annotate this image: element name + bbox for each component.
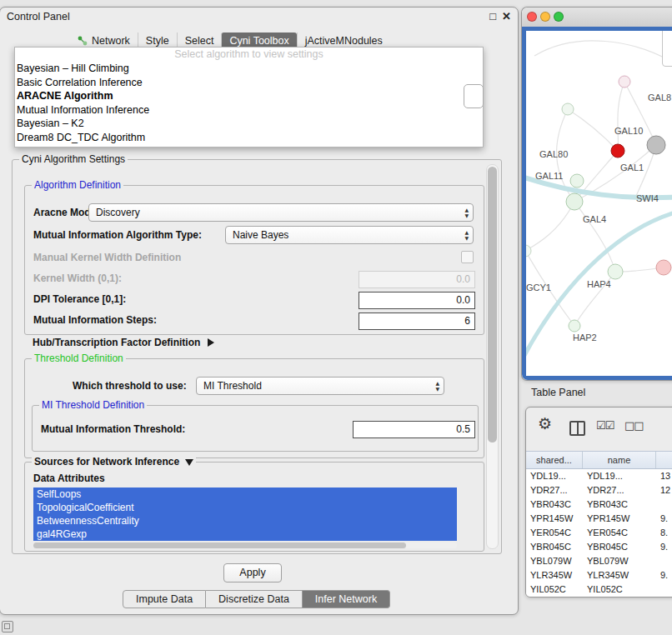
mi-steps-label: Mutual Information Steps: [33,314,157,326]
select-all-icon[interactable]: ☑☑ [596,419,614,432]
window-controls: □ ✕ [489,10,511,22]
dpi-tolerance-label: DPI Tolerance [0,1]: [33,293,126,305]
combo-arrows-icon: ▲▼ [464,229,469,241]
node-label: GAL80 [539,149,568,159]
algorithm-option[interactable]: Basic Correlation Inference [15,76,483,90]
settings-group-title: Cyni Algorithm Settings [19,153,128,165]
minimize-traffic-light[interactable] [540,12,550,22]
hub-definition-label: Hub/Transcription Factor Definition [33,337,200,348]
network-node[interactable] [611,144,624,158]
apply-button[interactable]: Apply [223,563,282,582]
table-row[interactable]: YER054CYER054C8. [526,526,672,540]
network-node[interactable] [570,174,584,188]
attribute-item[interactable]: gal4RGexp [33,528,457,541]
attribute-list: SelfLoopsTopologicalCoefficientBetweenne… [33,488,457,541]
settings-scrollbar-thumb[interactable] [488,167,497,442]
bottom-tab-discretize-data[interactable]: Discretize Data [206,590,303,608]
network-node[interactable] [566,193,583,210]
table-row[interactable]: YBR045CYBR045C9. [526,540,672,554]
table-cell: YBR043C [526,498,583,512]
kernel-width-field[interactable]: 0.0 [359,271,475,288]
table-cell [656,582,672,597]
network-graph [526,31,672,376]
algorithm-option[interactable]: ARACNE Algorithm [15,89,483,103]
expand-right-icon [208,338,214,347]
attribute-item[interactable]: SelfLoops [33,488,457,501]
window-title: Control Panel [7,11,70,22]
which-threshold-label: Which threshold to use: [73,380,187,392]
table-cell: 9. [656,512,672,526]
node-label: GAL10 [614,126,643,136]
float-window-icon[interactable]: □ [489,10,496,22]
bottom-tab-infer-network[interactable]: Infer Network [303,590,390,608]
algorithm-option[interactable]: Mutual Information Inference [15,103,483,118]
kernel-width-label: Kernel Width (0,1): [33,272,122,284]
attribute-item[interactable]: BetweennessCentrality [33,514,457,528]
which-threshold-select[interactable]: MI Threshold ▲▼ [196,377,444,395]
network-node[interactable] [569,320,580,332]
algorithm-option[interactable]: Dream8 DC_TDC Algorithm [15,131,483,145]
network-node[interactable] [647,136,665,154]
aracne-mode-value: Discovery [96,207,140,218]
table-cell: YIL052C [583,582,656,597]
tab-label: Style [146,35,169,47]
sources-group-title[interactable]: Sources for Network Inference [32,456,196,468]
mi-type-select[interactable]: Naive Bayes ▲▼ [225,226,474,244]
highlighted-edges [526,177,672,360]
table-cell: YBL079W [583,554,656,568]
dpi-tolerance-field[interactable]: 0.0 [359,292,475,309]
table-row[interactable]: YBR043CYBR043C [526,498,672,512]
algorithm-combo-button[interactable] [464,84,484,108]
network-canvas[interactable]: GAL80GAL10GAL8GAL11GAL1SWI4GAL4GCY1HAP4H… [526,31,672,376]
aracne-mode-select[interactable]: Discovery ▲▼ [88,203,474,222]
tab-label: Network [92,35,130,47]
node-label: GAL11 [535,171,563,181]
attribute-list-hscrollbar[interactable] [33,542,457,548]
network-node[interactable] [656,260,671,275]
algorithm-option[interactable]: Bayesian – K2 [15,117,483,131]
panel-dock-icon[interactable] [2,621,13,632]
table-row[interactable]: YBL079WYBL079W [526,554,672,568]
tab-label: Select [185,35,214,47]
table-row[interactable]: YIL052CYIL052C [526,582,672,597]
table-row[interactable]: YDR27...YDR27...12 [526,483,672,498]
hub-definition-toggle[interactable]: Hub/Transcription Factor Definition [33,337,214,348]
manual-kernel-checkbox[interactable] [461,251,474,263]
table-cell: YER054C [583,526,656,540]
column-header[interactable]: name [583,452,656,468]
table-row[interactable]: YPR145WYPR145W9. [526,512,672,526]
combo-arrows-icon: ▲▼ [464,207,469,218]
network-node[interactable] [526,245,531,257]
table-header: shared...name [526,451,672,469]
column-header[interactable]: shared... [526,452,583,468]
table-cell: YBR045C [583,540,656,554]
network-window: GAL80GAL10GAL8GAL11GAL1SWI4GAL4GCY1HAP4H… [521,7,672,381]
network-node[interactable] [619,76,630,88]
close-traffic-light[interactable] [527,12,537,22]
table-cell: YLR345W [583,568,656,582]
gear-icon[interactable]: ⚙ [538,414,552,432]
column-header[interactable] [656,452,672,468]
tab-label: jActiveMNodules [305,35,383,47]
columns-icon[interactable] [569,421,585,436]
mi-type-value: Naive Bayes [233,229,288,241]
table-cell: YBL079W [526,554,583,568]
attribute-list-hscroll-thumb[interactable] [33,542,406,548]
network-node[interactable] [608,264,623,279]
tab-label: Cyni Toolbox [229,35,288,47]
combo-arrows-icon: ▲▼ [435,380,439,392]
bottom-tab-impute-data[interactable]: Impute Data [123,590,206,608]
settings-scrollbar[interactable] [486,164,499,549]
table-row[interactable]: YLR345WYLR345W9. [526,568,672,582]
mi-threshold-field[interactable]: 0.5 [353,421,475,438]
attribute-item[interactable]: TopologicalCoefficient [33,501,457,514]
table-cell: YPR145W [583,512,656,526]
zoom-traffic-light[interactable] [554,12,564,22]
algorithm-option[interactable]: Bayesian – Hill Climbing [15,62,483,76]
network-node[interactable] [562,103,574,115]
close-window-icon[interactable]: ✕ [502,10,511,22]
deselect-all-icon[interactable]: □□ [624,419,644,432]
table-row[interactable]: YDL19...YDL19...13 [526,469,672,483]
mi-steps-field[interactable]: 6 [359,312,475,330]
mi-threshold-group: MI Threshold Definition Mutual Informati… [32,405,479,452]
